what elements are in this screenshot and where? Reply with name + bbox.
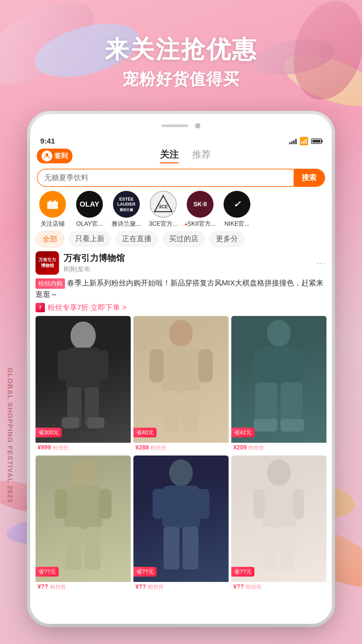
store-name-follow: 关注店铺 [41,220,65,228]
svg-rect-39 [183,527,198,569]
phone-speaker [162,124,188,127]
tab-recommend[interactable]: 推荐 [192,148,211,163]
fan-badge: 粉丝内购 [36,278,65,289]
checkin-icon [42,151,52,161]
svg-rect-42 [253,489,264,519]
store-avatar-nike: ✓ [224,191,250,218]
phone-frame: 9:41 📶 [30,114,332,624]
svg-rect-18 [164,390,179,432]
fan-discount[interactable]: 7 粉丝专享7折·立即下单 > [36,303,326,313]
filter-tab-bought[interactable]: 买过的店 [162,231,205,247]
product-save-badge-4: 省??元 [36,567,59,577]
filter-tab-new[interactable]: 只看上新 [68,231,111,247]
svg-rect-21 [261,346,296,386]
phone-camera [195,123,200,128]
product-price-1: ¥999 粉丝价 [36,443,131,453]
svg-text:3CE: 3CE [159,204,168,209]
nav-tabs: 关注 推荐 [72,148,298,163]
store-item-olay[interactable]: OLAY OLAY官... [71,191,108,228]
product-card-3[interactable]: 省42元 ¥209 粉丝价 [231,316,326,453]
svg-rect-37 [197,489,209,519]
product-card-2[interactable]: 省40元 ¥288 粉丝价 [133,316,229,453]
svg-rect-15 [161,346,201,394]
svg-point-14 [169,320,193,347]
store-name-3ce: 3CE官方... [149,220,178,228]
product-image-3 [231,316,326,443]
store-name-skii: ●SKII官方... [184,220,216,228]
product-save-badge-2: 省40元 [133,428,157,437]
svg-rect-31 [99,489,112,519]
tab-follow[interactable]: 关注 [160,148,179,163]
store-list: 关注店铺 OLAY OLAY官... ESTÉELAUDER雅诗兰黛 雅诗兰黛.… [30,191,332,231]
svg-rect-30 [55,489,67,519]
product-image-6 [231,455,326,582]
svg-rect-1 [47,202,58,209]
svg-rect-29 [64,485,102,529]
product-price-6: ¥?? 粉丝价 [231,582,326,592]
product-save-badge-5: 省??元 [133,567,157,577]
store-name-olay: OLAY官... [76,220,103,228]
post-store-avatar: 万有引力博物馆 [36,251,59,275]
store-avatar-follow [39,191,66,218]
product-price-2: ¥288 粉丝价 [133,443,229,453]
search-bar: 搜索 [37,169,325,187]
svg-point-6 [70,322,96,350]
product-save-badge-1: 省300元 [36,428,62,437]
svg-rect-35 [162,485,200,529]
store-avatar-skii: SK·II [187,191,214,218]
svg-point-0 [46,153,48,156]
battery-icon [311,139,322,144]
product-price-5: ¥?? 粉丝价 [133,582,229,592]
status-icons: 📶 [289,137,322,146]
product-image-4 [36,455,131,582]
svg-rect-38 [164,527,179,569]
svg-rect-13 [87,417,105,428]
fan-discount-icon: 7 [36,303,45,312]
post-more-button[interactable]: ··· [317,258,326,268]
svg-rect-3 [54,200,56,203]
post-time: 刚刚发布 [64,265,317,274]
filter-tab-live[interactable]: 正在直播 [115,231,158,247]
phone-screen: 9:41 📶 [30,134,332,624]
product-image-2 [133,316,229,443]
store-name-nike: NIKE官... [224,220,249,228]
svg-rect-2 [49,200,51,203]
svg-point-28 [71,460,95,486]
status-time: 9:41 [40,137,55,146]
product-grid: 省300元 ¥999 粉丝价 [36,316,326,592]
store-item-follow[interactable]: 关注店铺 [34,191,71,228]
product-save-badge-6: 省??元 [231,567,254,577]
svg-rect-9 [97,350,108,380]
search-button[interactable]: 搜索 [294,169,324,186]
status-bar: 9:41 📶 [30,134,332,147]
svg-rect-7 [66,347,101,391]
product-card-4[interactable]: 省??元 ¥?? 粉丝价 [36,455,131,592]
fan-discount-text: 粉丝专享7折·立即下单 > [48,303,126,313]
wifi-icon: 📶 [299,137,308,146]
store-item-nike[interactable]: ✓ NIKE官... [219,191,255,228]
promo-title-line2: 宠粉好货值得买 [0,68,362,90]
search-input[interactable] [38,170,294,185]
store-item-3ce[interactable]: 3CE 3CE官方... [145,191,182,228]
post-info: 万有引力博物馆 刚刚发布 [64,252,317,274]
filter-tab-more[interactable]: 更多分 [209,231,245,247]
promo-title-line1: 来关注抢优惠 [0,34,362,66]
store-name-estee: 雅诗兰黛... [112,220,141,228]
store-item-skii[interactable]: SK·II ●SKII官方... [182,191,219,228]
phone-notch [30,114,332,134]
checkin-button[interactable]: 签到 [37,149,72,163]
product-card-1[interactable]: 省300元 ¥999 粉丝价 [36,316,131,453]
product-card-6[interactable]: 省??元 ¥?? 粉丝价 [231,455,326,592]
post-header: 万有引力博物馆 万有引力博物馆 刚刚发布 ··· [36,251,326,275]
product-image-1 [36,316,131,443]
filter-tab-all[interactable]: 全部 [36,231,64,247]
product-price-4: ¥?? 粉丝价 [36,582,131,592]
product-card-5[interactable]: 省??元 ¥?? 粉丝价 [133,455,229,592]
product-save-badge-3: 省42元 [231,428,254,437]
store-post: 万有引力博物馆 万有引力博物馆 刚刚发布 ··· 粉丝内购春季上新系列粉丝内购开… [30,251,332,592]
product-image-5 [133,455,229,582]
filter-tabs: 全部 只看上新 正在直播 买过的店 更多分 [30,231,332,251]
svg-rect-16 [149,349,164,382]
store-item-estee[interactable]: ESTÉELAUDER雅诗兰黛 雅诗兰黛... [108,191,145,228]
svg-point-40 [267,460,291,486]
